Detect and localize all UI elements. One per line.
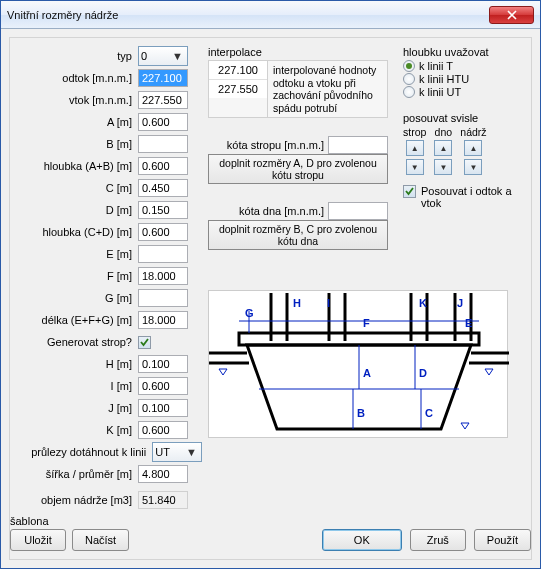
spin-strop-down[interactable]: ▼ [406, 159, 424, 175]
left-panel: typ 0 ▼ odtok [m.n.m.] vtok [m.n.m.] A [… [20, 46, 202, 512]
kota-dna-input[interactable] [328, 202, 388, 220]
diag-h: H [293, 297, 301, 309]
dialog-window: Vnitřní rozměry nádrže typ 0 ▼ odtok [m.… [0, 0, 541, 569]
diag-j: J [457, 297, 463, 309]
spin-nadrz-label: nádrž [460, 126, 486, 138]
check-icon [404, 186, 415, 197]
footer-left: šablona Uložit Načíst [10, 515, 129, 551]
titlebar: Vnitřní rozměry nádrže [1, 1, 540, 29]
label-prulezy: průlezy dotáhnout k linii [20, 446, 152, 458]
hcd-input[interactable] [138, 223, 188, 241]
odtok-input[interactable] [138, 69, 188, 87]
label-d: D [m] [20, 204, 138, 216]
a-input[interactable] [138, 113, 188, 131]
radio-linie-ut[interactable]: k linii UT [403, 86, 521, 98]
label-f: F [m] [20, 270, 138, 282]
posouvat-odtok-label: Posouvat i odtok a vtok [421, 185, 517, 209]
spin-nadrz-down[interactable]: ▼ [464, 159, 482, 175]
h-input[interactable] [138, 355, 188, 373]
save-template-button[interactable]: Uložit [10, 529, 66, 551]
load-template-button[interactable]: Načíst [72, 529, 129, 551]
delka-input[interactable] [138, 311, 188, 329]
radio-linie-htu[interactable]: k linii HTU [403, 73, 521, 85]
window-title: Vnitřní rozměry nádrže [7, 9, 489, 21]
i-input[interactable] [138, 377, 188, 395]
spin-dno-down[interactable]: ▼ [434, 159, 452, 175]
label-genstrop: Generovat strop? [20, 336, 138, 348]
label-vtok: vtok [m.n.m.] [20, 94, 138, 106]
label-sirka: šířka / průměr [m] [20, 468, 138, 480]
prulezy-dropdown-value: UT [155, 446, 170, 458]
content-area: typ 0 ▼ odtok [m.n.m.] vtok [m.n.m.] A [… [9, 37, 532, 560]
diag-i: I [327, 297, 330, 309]
check-icon [139, 337, 150, 348]
diag-e: E [465, 317, 472, 329]
label-odtok: odtok [m.n.m.] [20, 72, 138, 84]
label-hab: hloubka (A+B) [m] [20, 160, 138, 172]
chevron-down-icon: ▼ [184, 445, 199, 460]
label-j: J [m] [20, 402, 138, 414]
spin-group: strop ▲ ▼ dno ▲ ▼ nádrž ▲ ▼ [403, 126, 521, 175]
label-delka: délka (E+F+G) [m] [20, 314, 138, 326]
e-input[interactable] [138, 245, 188, 263]
posouvat-odtok-row[interactable]: Posouvat i odtok a vtok [403, 185, 521, 209]
objem-output [138, 491, 188, 509]
typ-dropdown[interactable]: 0 ▼ [138, 46, 188, 66]
kota-dna-label: kóta dna [m.n.m.] [208, 205, 328, 217]
interp-val-2: 227.550 [209, 80, 267, 98]
hab-input[interactable] [138, 157, 188, 175]
label-i: I [m] [20, 380, 138, 392]
spin-dno-label: dno [435, 126, 453, 138]
interpolace-head: interpolace [208, 46, 388, 58]
diag-d: D [419, 367, 427, 379]
right-panel: hloubku uvažovat k linii T k linii HTU k… [403, 46, 521, 209]
radio-label: k linii T [419, 60, 453, 72]
close-icon [507, 10, 517, 20]
spin-nadrz: nádrž ▲ ▼ [460, 126, 486, 175]
d-input[interactable] [138, 201, 188, 219]
cancel-button[interactable]: Zruš [410, 529, 466, 551]
spin-dno-up[interactable]: ▲ [434, 140, 452, 156]
spin-strop: strop ▲ ▼ [403, 126, 426, 175]
spin-strop-up[interactable]: ▲ [406, 140, 424, 156]
radio-icon [403, 60, 415, 72]
interpolace-box: 227.100 227.550 interpolované hodnoty od… [208, 60, 388, 118]
tank-diagram: G H I F K J E A D B C [208, 290, 508, 438]
radio-icon [403, 86, 415, 98]
label-b: B [m] [20, 138, 138, 150]
posouvat-head: posouvat svisle [403, 112, 521, 124]
label-hcd: hloubka (C+D) [m] [20, 226, 138, 238]
diag-f: F [363, 317, 370, 329]
close-button[interactable] [489, 6, 534, 24]
interp-val-1: 227.100 [209, 61, 267, 80]
kota-strop-group: kóta stropu [m.n.m.] doplnit rozměry A, … [208, 136, 388, 184]
g-input[interactable] [138, 289, 188, 307]
b-input[interactable] [138, 135, 188, 153]
k-input[interactable] [138, 421, 188, 439]
interpolace-desc: interpolované hodnoty odtoku a vtoku při… [268, 61, 387, 117]
diag-c: C [425, 407, 433, 419]
c-input[interactable] [138, 179, 188, 197]
apply-button[interactable]: Použít [474, 529, 531, 551]
chevron-down-icon: ▼ [170, 49, 185, 64]
ok-button[interactable]: OK [322, 529, 402, 551]
doplnit-bc-button[interactable]: doplnit rozměry B, C pro zvolenou kótu d… [208, 220, 388, 250]
sablona-label: šablona [10, 515, 129, 527]
sirka-input[interactable] [138, 465, 188, 483]
vtok-input[interactable] [138, 91, 188, 109]
spin-nadrz-up[interactable]: ▲ [464, 140, 482, 156]
radio-label: k linii HTU [419, 73, 469, 85]
diag-g: G [245, 307, 254, 319]
label-k: K [m] [20, 424, 138, 436]
doplnit-ad-button[interactable]: doplnit rozměry A, D pro zvolenou kótu s… [208, 154, 388, 184]
genstrop-checkbox[interactable] [138, 336, 151, 349]
f-input[interactable] [138, 267, 188, 285]
radio-linie-t[interactable]: k linii T [403, 60, 521, 72]
posouvat-odtok-checkbox[interactable] [403, 185, 416, 198]
kota-dna-group: kóta dna [m.n.m.] doplnit rozměry B, C p… [208, 202, 388, 250]
prulezy-dropdown[interactable]: UT ▼ [152, 442, 202, 462]
hloubku-head: hloubku uvažovat [403, 46, 521, 58]
kota-strop-input[interactable] [328, 136, 388, 154]
j-input[interactable] [138, 399, 188, 417]
diag-k: K [419, 297, 427, 309]
